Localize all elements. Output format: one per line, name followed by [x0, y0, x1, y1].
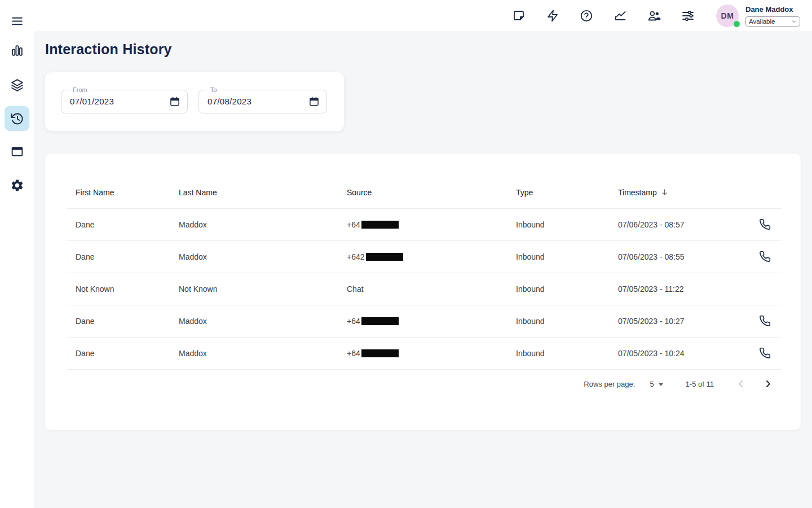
cell-type: Inbound	[516, 317, 618, 326]
cell-first-name: Not Known	[76, 284, 179, 294]
cell-source: Chat	[347, 284, 516, 294]
cell-source: +64	[347, 317, 516, 326]
cell-timestamp: 07/05/2023 - 10:27	[618, 317, 749, 326]
cell-type: Inbound	[516, 284, 618, 294]
sort-desc-arrow-icon	[660, 188, 669, 196]
calendar-icon[interactable]	[169, 96, 180, 107]
to-date-value: 07/08/2023	[208, 97, 251, 106]
hamburger-menu-button[interactable]	[5, 8, 29, 33]
next-page-button[interactable]	[762, 378, 774, 389]
cell-last-name: Maddox	[179, 317, 347, 326]
redacted-phone-number	[361, 349, 399, 357]
redacted-phone-number	[361, 221, 399, 229]
history-icon	[10, 112, 24, 126]
sidebar-item-settings[interactable]	[5, 173, 29, 198]
column-header-type[interactable]: Type	[516, 188, 618, 197]
chevron-down-icon	[791, 19, 797, 24]
column-header-last-name[interactable]: Last Name	[179, 188, 347, 197]
interaction-table: First Name Last Name Source Type Timesta…	[67, 176, 781, 370]
interaction-table-card: First Name Last Name Source Type Timesta…	[45, 154, 801, 430]
cell-timestamp: 07/06/2023 - 08:55	[618, 252, 749, 261]
call-button[interactable]	[759, 218, 771, 231]
note-icon[interactable]	[512, 9, 526, 23]
pagination: Rows per page: 5 1-5 of 11	[584, 378, 774, 389]
phone-icon	[759, 315, 771, 327]
from-date-input[interactable]: From 07/01/2023	[61, 90, 188, 113]
cell-timestamp: 07/06/2023 - 08:57	[618, 220, 749, 229]
availability-select[interactable]: Available	[745, 16, 800, 27]
to-date-label: To	[208, 86, 219, 93]
user-avatar[interactable]: DM	[716, 5, 739, 27]
sidebar-item-dashboard[interactable]	[5, 38, 29, 63]
phone-icon	[759, 347, 771, 359]
sidebar-item-interaction-history[interactable]	[5, 106, 29, 131]
sliders-icon[interactable]	[681, 9, 695, 23]
cell-first-name: Dane	[76, 252, 179, 261]
cell-timestamp: 07/05/2023 - 11:22	[618, 284, 749, 294]
calendar-icon[interactable]	[308, 96, 320, 107]
table-row[interactable]: Dane Maddox +64 Inbound 07/06/2023 - 08:…	[67, 209, 781, 241]
table-header-row: First Name Last Name Source Type Timesta…	[67, 176, 781, 209]
pagination-range: 1-5 of 11	[686, 380, 714, 388]
cell-source: +642	[347, 252, 516, 261]
page-title: Interaction History	[45, 41, 172, 58]
help-icon[interactable]	[580, 9, 593, 23]
sidebar-item-workspace[interactable]	[5, 139, 29, 164]
user-name: Dane Maddox	[745, 5, 793, 14]
table-row[interactable]: Dane Maddox +64 Inbound 07/05/2023 - 10:…	[67, 305, 781, 338]
line-chart-icon[interactable]	[614, 9, 627, 23]
users-icon[interactable]	[647, 9, 661, 23]
hamburger-icon	[10, 14, 24, 28]
previous-page-button[interactable]	[735, 378, 747, 389]
cell-type: Inbound	[516, 349, 618, 358]
phone-icon	[759, 218, 771, 230]
settings-gear-icon	[10, 178, 24, 192]
online-status-dot	[734, 21, 740, 27]
cell-last-name: Not Known	[179, 284, 347, 294]
layers-icon	[10, 78, 24, 92]
window-icon	[10, 144, 24, 159]
cell-last-name: Maddox	[179, 349, 347, 358]
phone-icon	[759, 251, 771, 262]
rows-per-page-label: Rows per page:	[584, 380, 635, 388]
bar-chart-icon	[10, 43, 24, 58]
cell-last-name: Maddox	[179, 220, 347, 229]
cell-first-name: Dane	[76, 349, 179, 358]
zap-icon[interactable]	[546, 9, 559, 23]
cell-source: +64	[347, 349, 516, 358]
sidebar	[0, 0, 34, 508]
date-filter-card: From 07/01/2023 To 07/08/2023	[45, 72, 344, 131]
redacted-phone-number	[366, 253, 403, 261]
redacted-phone-number	[361, 317, 399, 325]
table-row[interactable]: Dane Maddox +642 Inbound 07/06/2023 - 08…	[67, 241, 781, 273]
rows-per-page-dropdown-icon[interactable]	[659, 383, 663, 386]
table-body: Dane Maddox +64 Inbound 07/06/2023 - 08:…	[67, 209, 781, 370]
from-date-label: From	[70, 86, 90, 93]
cell-last-name: Maddox	[179, 252, 347, 261]
availability-value: Available	[749, 18, 775, 25]
to-date-input[interactable]: To 07/08/2023	[198, 90, 327, 113]
table-row[interactable]: Not Known Not Known Chat Inbound 07/05/2…	[67, 273, 781, 305]
call-button[interactable]	[759, 315, 771, 327]
cell-first-name: Dane	[76, 220, 179, 229]
from-date-value: 07/01/2023	[70, 97, 114, 106]
table-row[interactable]: Dane Maddox +64 Inbound 07/05/2023 - 10:…	[67, 338, 781, 370]
call-button[interactable]	[759, 347, 771, 360]
cell-type: Inbound	[516, 252, 618, 261]
column-header-timestamp[interactable]: Timestamp	[618, 188, 749, 197]
cell-type: Inbound	[516, 220, 618, 229]
cell-timestamp: 07/05/2023 - 10:24	[618, 349, 749, 358]
rows-per-page-value[interactable]: 5	[650, 380, 654, 388]
topbar: DM Dane Maddox Available	[0, 0, 812, 31]
column-header-first-name[interactable]: First Name	[76, 188, 179, 197]
cell-source: +64	[347, 220, 516, 229]
sidebar-item-queues[interactable]	[5, 72, 29, 97]
cell-first-name: Dane	[76, 317, 179, 326]
column-header-source[interactable]: Source	[347, 188, 516, 197]
call-button[interactable]	[759, 251, 771, 263]
